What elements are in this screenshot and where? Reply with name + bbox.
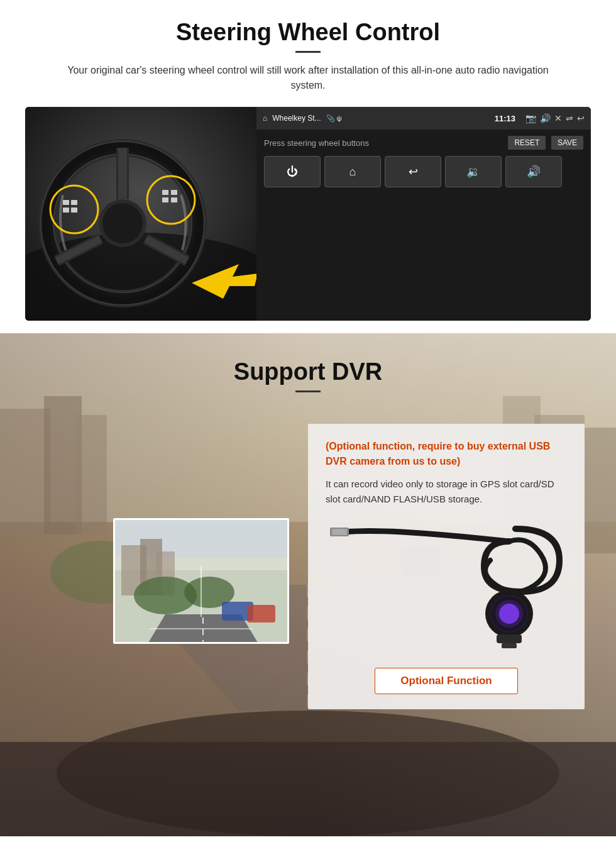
svg-point-58: [490, 595, 528, 633]
android-screen: ⌂ Wheelkey St... 📎 ψ 11:13 📷 🔊 ✕ ⇌ ↩ Pre…: [256, 107, 591, 321]
app-name-label: Wheelkey St...: [272, 114, 321, 123]
dvr-section: Support DVR: [0, 333, 616, 836]
steering-composite-image: ⌂ Wheelkey St... 📎 ψ 11:13 📷 🔊 ✕ ⇌ ↩ Pre…: [25, 107, 591, 321]
dvr-title: Support DVR: [0, 358, 616, 385]
home-ctrl-btn[interactable]: ⌂: [324, 156, 381, 187]
vol-up-ctrl-btn[interactable]: 🔊: [505, 156, 562, 187]
android-topbar: ⌂ Wheelkey St... 📎 ψ 11:13 📷 🔊 ✕ ⇌ ↩: [256, 107, 591, 130]
reset-button[interactable]: RESET: [508, 136, 546, 150]
steering-section: Steering Wheel Control Your original car…: [0, 0, 616, 333]
svg-rect-22: [171, 197, 177, 202]
instruction-row: Press steering wheel buttons RESET SAVE: [264, 136, 583, 150]
save-button[interactable]: SAVE: [551, 136, 583, 150]
action-buttons: RESET SAVE: [505, 136, 583, 150]
dvr-optional-text: (Optional function, require to buy exter…: [326, 439, 567, 469]
svg-rect-16: [71, 200, 77, 205]
dvr-left-panel: [19, 418, 289, 644]
steering-description: Your original car's steering wheel contr…: [63, 63, 553, 93]
steering-title: Steering Wheel Control: [25, 19, 591, 46]
steering-control-panel: Press steering wheel buttons RESET SAVE …: [256, 130, 591, 321]
svg-rect-19: [162, 190, 168, 195]
svg-rect-17: [63, 207, 69, 213]
steering-wheel-photo: [25, 107, 258, 321]
svg-point-6: [102, 203, 143, 243]
svg-rect-60: [502, 643, 517, 648]
camera-icon: 📷: [525, 113, 536, 123]
instruction-text: Press steering wheel buttons: [264, 138, 369, 148]
optional-function-button[interactable]: Optional Function: [375, 668, 517, 694]
dvr-title-divider: [295, 390, 321, 392]
dvr-info-card: (Optional function, require to buy exter…: [308, 424, 585, 709]
dvr-camera-image: [326, 519, 567, 658]
dvr-title-area: Support DVR: [0, 358, 616, 392]
svg-point-39: [57, 711, 559, 836]
close-icon: ✕: [554, 113, 562, 123]
svg-rect-51: [247, 605, 275, 622]
vol-down-ctrl-btn[interactable]: 🔉: [445, 156, 502, 187]
power-ctrl-btn[interactable]: ⏻: [264, 156, 321, 187]
usb-icon: 📎 ψ: [326, 114, 342, 123]
svg-rect-20: [171, 190, 177, 195]
repeat-icon: ⇌: [566, 113, 573, 123]
svg-rect-53: [332, 529, 347, 535]
control-buttons-grid: ⏻ ⌂ ↩ 🔉 🔊: [264, 156, 583, 187]
volume-icon: 🔊: [540, 113, 551, 123]
svg-rect-18: [71, 207, 77, 213]
back-ctrl-btn[interactable]: ↩: [385, 156, 441, 187]
dvr-content: Support DVR: [0, 333, 616, 709]
time-display: 11:13: [495, 114, 515, 123]
back-arrow-icon: ↩: [577, 113, 585, 123]
status-icons: 📷 🔊 ✕ ⇌ ↩: [525, 113, 585, 123]
home-icon: ⌂: [263, 114, 267, 123]
dvr-description: It can record video only to storage in G…: [326, 477, 567, 507]
dvr-main-layout: (Optional function, require to buy exter…: [0, 418, 616, 709]
dvr-video-thumbnail: [113, 518, 289, 644]
title-divider: [295, 51, 321, 53]
svg-rect-21: [162, 197, 168, 202]
svg-rect-59: [497, 634, 522, 643]
svg-rect-15: [63, 200, 69, 205]
